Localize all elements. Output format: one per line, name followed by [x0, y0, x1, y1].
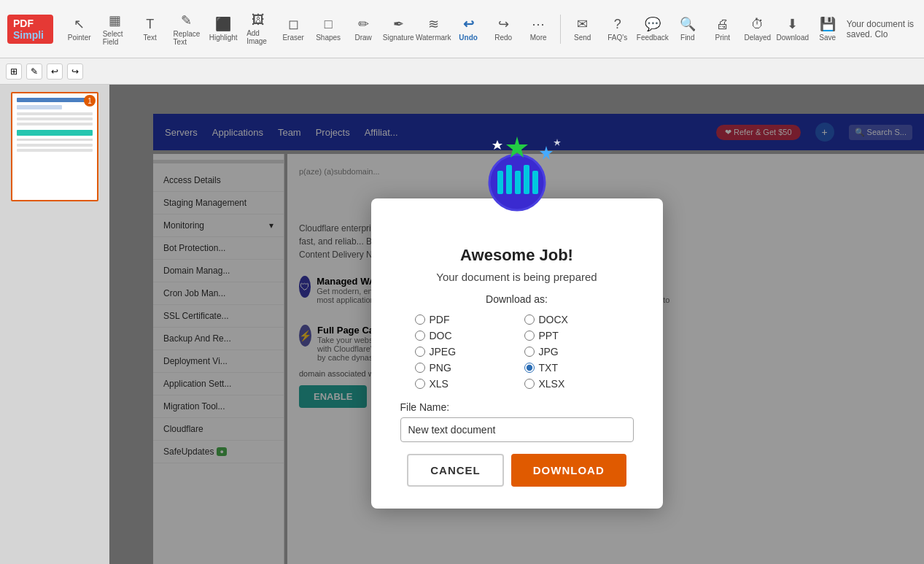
highlight-icon: ⬛ [215, 16, 231, 32]
tool-save[interactable]: 💾Save [812, 13, 844, 45]
eraser-icon: ◻ [288, 16, 299, 32]
tool-text[interactable]: TText [134, 14, 166, 45]
format-pdf[interactable]: PDF [415, 314, 510, 325]
download-as-label: Download as: [400, 293, 634, 305]
format-txt[interactable]: TXT [524, 362, 619, 374]
thumb-line-1 [17, 98, 93, 102]
format-png[interactable]: PNG [415, 362, 510, 374]
thumb-line-2 [17, 105, 62, 109]
tool-shapes[interactable]: □Shapes [312, 14, 344, 45]
svg-rect-1 [497, 171, 503, 194]
tool-print[interactable]: 🖨Print [707, 14, 739, 45]
logo-simpli: Simpli [13, 29, 44, 41]
grid-icon[interactable]: ⊞ [6, 63, 22, 80]
tool-download[interactable]: ⬇Download [777, 13, 809, 45]
tool-pointer[interactable]: ↖Pointer [63, 13, 96, 45]
thumbnail-sidebar: 1 [0, 85, 109, 564]
thumb-line-6 [17, 144, 93, 147]
send-icon: ✉ [577, 16, 588, 32]
tool-redo[interactable]: ↪Redo [487, 13, 519, 45]
thumb-line-7 [17, 149, 93, 152]
format-xls[interactable]: XLS [415, 378, 510, 390]
modal-title: Awesome Job! [400, 246, 634, 265]
edit-icon[interactable]: ✎ [26, 63, 42, 80]
format-doc[interactable]: DOC [415, 330, 510, 341]
shapes-icon: □ [325, 17, 333, 32]
secondary-toolbar: ⊞ ✎ ↩ ↪ [0, 58, 924, 85]
find-icon: 🔍 [680, 16, 696, 32]
delayed-icon: ⏱ [751, 17, 764, 32]
format-xlsx[interactable]: XLSX [524, 378, 619, 390]
tool-faqs[interactable]: ?FAQ's [602, 14, 634, 45]
modal-subtitle: Your document is being prepared [400, 271, 634, 283]
svg-marker-9 [492, 140, 502, 150]
page-number-badge: 1 [84, 95, 96, 107]
replace-text-icon: ✎ [181, 12, 192, 28]
thumb-sep [17, 139, 93, 141]
undo2-icon[interactable]: ↩ [47, 63, 63, 80]
tool-undo[interactable]: ↩Undo [452, 13, 484, 45]
file-name-input[interactable] [400, 417, 634, 442]
logo-pdf: PDF [13, 18, 34, 29]
svg-marker-10 [554, 139, 561, 146]
redo-icon: ↪ [498, 16, 509, 32]
download-button[interactable]: DOWNLOAD [511, 454, 626, 487]
download-icon: ⬇ [787, 16, 798, 32]
main-toolbar: PDF Simpli ↖Pointer ▦Select Field TText … [0, 0, 924, 58]
thumb-line-5 [17, 123, 93, 125]
svg-rect-5 [532, 171, 538, 194]
svg-rect-4 [524, 165, 529, 194]
thumb-line-3 [17, 112, 93, 115]
format-radio-grid: PDF DOCX DOC PPT JPEG JPG [415, 314, 619, 390]
tool-add-image[interactable]: 🖼Add Image [242, 9, 274, 48]
svg-rect-2 [506, 165, 512, 194]
modal-top-spacer [400, 220, 634, 246]
svg-rect-3 [515, 171, 521, 194]
cancel-button[interactable]: CANCEL [407, 454, 504, 487]
feedback-icon: 💬 [645, 16, 661, 32]
print-icon: 🖨 [716, 17, 729, 32]
svg-marker-8 [540, 146, 553, 160]
thumb-teal-bar [17, 130, 93, 136]
format-docx[interactable]: DOCX [524, 314, 619, 325]
main-area: 1 Servers Applications Team Projec [0, 85, 924, 564]
save-status: Your document is saved. Clo [847, 19, 917, 39]
app-logo: PDF Simpli [7, 15, 53, 44]
signature-icon: ✒ [393, 16, 404, 32]
file-name-section: File Name: [400, 401, 634, 442]
tool-feedback[interactable]: 💬Feedback [637, 13, 669, 45]
redo2-icon[interactable]: ↪ [67, 63, 83, 80]
tool-draw[interactable]: ✏Draw [347, 13, 379, 45]
tool-more[interactable]: ⋯More [522, 13, 554, 45]
pointer-icon: ↖ [74, 16, 85, 32]
format-jpg[interactable]: JPG [524, 346, 619, 358]
file-name-label: File Name: [400, 401, 634, 413]
save-icon: 💾 [820, 16, 836, 32]
content-area: Servers Applications Team Projects Affil… [109, 85, 924, 564]
format-ppt[interactable]: PPT [524, 330, 619, 341]
tool-send[interactable]: ✉Send [567, 13, 599, 45]
download-modal: Awesome Job! Your document is being prep… [371, 198, 663, 509]
thumb-line-4 [17, 117, 93, 120]
tool-watermark[interactable]: ≋Watermark [417, 13, 449, 45]
add-image-icon: 🖼 [252, 12, 265, 28]
tool-delayed[interactable]: ⏱Delayed [742, 14, 774, 45]
watermark-icon: ≋ [428, 16, 439, 32]
page-thumbnail[interactable]: 1 [11, 92, 98, 201]
more-icon: ⋯ [532, 16, 545, 32]
modal-overlay: Awesome Job! Your document is being prep… [109, 85, 924, 564]
format-jpeg[interactable]: JPEG [415, 346, 510, 358]
undo-icon: ↩ [463, 16, 474, 32]
text-icon: T [146, 17, 154, 32]
draw-icon: ✏ [358, 16, 369, 32]
tool-replace-text[interactable]: ✎Replace Text [169, 9, 204, 49]
tool-find[interactable]: 🔍Find [672, 13, 704, 45]
tool-eraser[interactable]: ◻Eraser [277, 13, 309, 45]
modal-button-row: CANCEL DOWNLOAD [400, 454, 634, 487]
faqs-icon: ? [614, 17, 621, 32]
tool-select-field[interactable]: ▦Select Field [98, 9, 131, 49]
star-decoration [470, 133, 564, 216]
tool-highlight[interactable]: ⬛Highlight [207, 13, 239, 45]
tool-signature[interactable]: ✒Signature [382, 13, 414, 45]
select-field-icon: ▦ [109, 12, 121, 28]
